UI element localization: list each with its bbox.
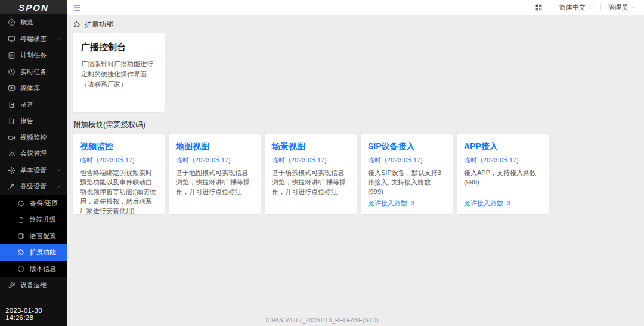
header-divider	[600, 4, 601, 11]
language-selector[interactable]: 简体中文	[559, 3, 593, 12]
module-card-list: 视频监控临时: (2023-03-17)包含终端绑定的视频实时预览功能以及事件联…	[73, 134, 644, 214]
gear-icon	[8, 167, 16, 174]
doc-icon	[8, 117, 16, 125]
sidebar-item-label: 语言配置	[30, 232, 56, 241]
chevron-down-icon	[57, 36, 61, 41]
sidebar-item-label: 设备运维	[20, 281, 47, 290]
gauge-icon	[8, 19, 16, 26]
module-expiry: 临时: (2023-03-17)	[272, 156, 349, 165]
sidebar-item[interactable]: 视频监控	[0, 130, 67, 146]
menu-fold-icon[interactable]	[73, 4, 81, 12]
sidebar-item[interactable]: 扩展功能	[0, 244, 67, 261]
module-description: 接入APP，支持接入路数(999)	[464, 168, 541, 187]
module-title: 场景视图	[272, 142, 349, 152]
module-card[interactable]: 地图视图临时: (2023-03-17)基于地图模式可实现信息浏览，快捷对讲/广…	[169, 134, 261, 214]
sidebar: SPON 概览终端状态计划任务实时任务媒体库录音报告视频监控会议管理基本设置高级…	[0, 0, 67, 326]
module-card[interactable]: 场景视图临时: (2023-03-17)基于场景模式可实现信息浏览，快捷对讲/广…	[265, 134, 357, 214]
doc-icon	[8, 101, 16, 109]
info-icon	[17, 265, 25, 273]
advanced-settings-submenu: 备份/还原终端升级语言配置扩展功能版本信息	[0, 195, 67, 278]
broadcast-console-card[interactable]: 广播控制台 广播版针对广播功能进行定制的便捷化操作界面（请联系厂家）	[73, 33, 165, 112]
sidebar-item-label: 扩展功能	[30, 248, 56, 257]
module-title: 地图视图	[176, 142, 253, 152]
module-card[interactable]: APP接入临时: (2023-03-17)接入APP，支持接入路数(999)允许…	[457, 134, 549, 214]
sidebar-item[interactable]: 基本设置	[0, 162, 67, 179]
sidebar-item-label: 录音	[20, 100, 33, 109]
sidebar-item-label: 计划任务	[20, 51, 47, 60]
sidebar-item-label: 会议管理	[20, 149, 47, 158]
module-description: 包含终端绑定的视频实时预览功能以及事件联动自动视频弹窗等功能;(如需使用，请先授…	[80, 168, 157, 216]
sidebar-item-label: 实时任务	[20, 67, 47, 76]
qrcode-icon[interactable]	[535, 4, 543, 11]
globe-icon	[17, 232, 25, 240]
monitor-icon	[8, 35, 16, 43]
sidebar-item[interactable]: 计划任务	[0, 47, 67, 64]
card-title: 广播控制台	[81, 42, 156, 53]
module-title: 视频监控	[80, 142, 157, 152]
sidebar-item[interactable]: 实时任务	[0, 64, 67, 81]
main-content: 扩展功能 广播控制台 广播版针对广播功能进行定制的便捷化操作界面（请联系厂家） …	[67, 15, 644, 326]
sidebar-item-label: 终端状态	[20, 35, 47, 44]
sidebar-item-label: 版本信息	[30, 265, 56, 273]
module-expiry: 临时: (2023-03-17)	[368, 156, 445, 165]
page-title-label: 扩展功能	[85, 20, 113, 30]
puzzle-icon	[73, 21, 81, 29]
module-description: 基于场景模式可实现信息浏览，快捷对讲/广播等操作，并可进行点位标注	[272, 168, 349, 196]
upgrade-icon	[17, 216, 25, 223]
sidebar-item[interactable]: 会议管理	[0, 146, 67, 162]
wrench-icon	[8, 281, 16, 289]
sidebar-item[interactable]: 概览	[0, 14, 67, 31]
language-label: 简体中文	[559, 3, 586, 12]
top-header: 简体中文 管理员	[67, 0, 644, 15]
user-menu[interactable]: 管理员	[608, 3, 636, 12]
sidebar-item-label: 基本设置	[20, 166, 47, 175]
sidebar-item-label: 概览	[20, 18, 33, 27]
camera-icon	[8, 134, 16, 142]
sidebar-item[interactable]: 报告	[0, 113, 67, 130]
list-icon	[8, 51, 16, 59]
backup-icon	[17, 199, 25, 207]
sidebar-item-label: 媒体库	[20, 84, 40, 93]
page-title: 扩展功能	[73, 20, 644, 30]
card-description: 广播版针对广播功能进行定制的便捷化操作界面（请联系厂家）	[81, 59, 156, 90]
media-icon	[8, 84, 16, 92]
sidebar-item[interactable]: 备份/还原	[0, 195, 67, 212]
module-allowed-count: 允许接入路数: 3	[464, 199, 510, 208]
spon-logo: SPON	[0, 0, 67, 14]
module-allowed-count: 允许接入路数: 3	[368, 199, 414, 208]
module-description: 接入SIP设备，默认支持3路接入, 支持接入路数(999)	[368, 168, 445, 196]
system-clock: 2023-01-30 14:26:28	[5, 307, 67, 321]
sidebar-item[interactable]: 终端状态	[0, 31, 67, 48]
sidebar-item-label: 报告	[20, 116, 33, 125]
sidebar-item[interactable]: 录音	[0, 97, 67, 113]
version-footer: ICPAS-V4.0.7_20230113_RELEASE(STD)	[0, 317, 644, 324]
users-icon	[8, 150, 16, 158]
sidebar-item[interactable]: 高级设置	[0, 179, 67, 195]
sidebar-item[interactable]: 设备运维	[0, 277, 67, 294]
puzzle-icon	[17, 248, 25, 256]
module-title: APP接入	[464, 142, 541, 152]
wand-icon	[8, 183, 16, 190]
module-title: SIP设备接入	[368, 142, 445, 152]
sidebar-menu: 概览终端状态计划任务实时任务媒体库录音报告视频监控会议管理基本设置高级设置备份/…	[0, 14, 67, 294]
sidebar-item[interactable]: 媒体库	[0, 80, 67, 97]
sidebar-item-label: 视频监控	[20, 133, 47, 142]
section-title: 附加模块(需要授权码)	[73, 120, 644, 130]
chevron-down-icon	[589, 5, 593, 10]
module-expiry: 临时: (2023-03-17)	[464, 156, 541, 165]
chevron-up-icon	[57, 184, 61, 189]
clock-icon	[8, 68, 16, 76]
chevron-down-icon	[57, 168, 61, 173]
sidebar-item-label: 终端升级	[30, 215, 56, 224]
sidebar-item[interactable]: 语言配置	[0, 228, 67, 245]
module-card[interactable]: SIP设备接入临时: (2023-03-17)接入SIP设备，默认支持3路接入,…	[361, 134, 453, 214]
sidebar-item[interactable]: 终端升级	[0, 211, 67, 228]
module-card[interactable]: 视频监控临时: (2023-03-17)包含终端绑定的视频实时预览功能以及事件联…	[73, 134, 165, 214]
sidebar-item-label: 备份/还原	[30, 199, 58, 208]
sidebar-item-label: 高级设置	[20, 182, 47, 191]
user-label: 管理员	[608, 3, 628, 12]
sidebar-item[interactable]: 版本信息	[0, 261, 67, 278]
chevron-down-icon	[631, 5, 636, 10]
module-description: 基于地图模式可实现信息浏览，快捷对讲/广播等操作，并可进行点位标注	[176, 168, 253, 196]
module-expiry: 临时: (2023-03-17)	[176, 156, 253, 165]
